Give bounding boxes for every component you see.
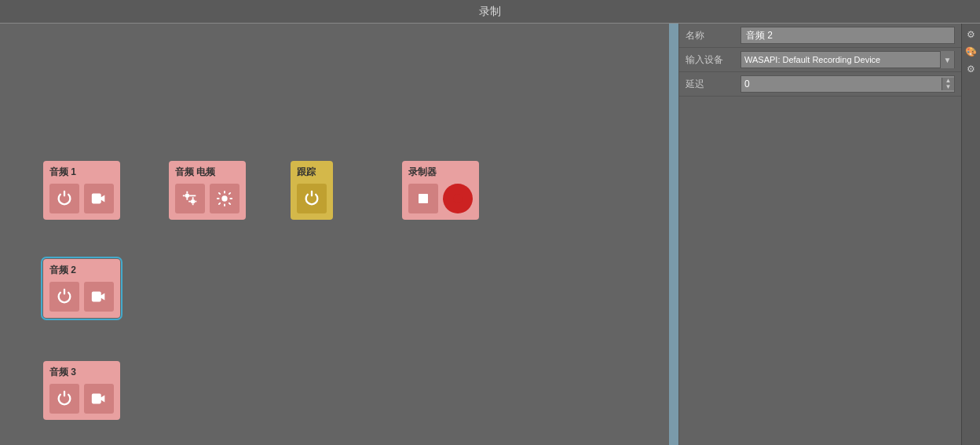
source-title-recorder: 录制器 xyxy=(408,166,473,179)
properties-panel: 名称 音频 2 输入设备 WASAPI: Default Recording D… xyxy=(679,24,961,445)
svg-point-1 xyxy=(191,199,196,203)
gear2-icon[interactable]: ⚙ xyxy=(964,61,979,77)
delay-label: 延迟 xyxy=(686,78,740,91)
source-block-audio3[interactable]: 音频 3 xyxy=(43,361,120,420)
source-title-audio1: 音频 1 xyxy=(49,166,114,179)
input-device-row: 输入设备 WASAPI: Default Recording Device ▼ xyxy=(679,48,961,72)
canvas-area[interactable]: 音频 1 音频 电频 跟踪 录制器 音频 2 音频 3 xyxy=(0,24,669,445)
input-device-dropdown[interactable]: WASAPI: Default Recording Device ▼ xyxy=(740,51,955,68)
source-title-track: 跟踪 xyxy=(297,166,327,179)
name-input-container: 音频 2 xyxy=(740,27,955,44)
source-block-track[interactable]: 跟踪 xyxy=(291,161,333,220)
svg-point-2 xyxy=(221,195,227,201)
source-btn-audio-input-audio-video[interactable] xyxy=(175,184,205,213)
source-btn-record-recorder[interactable] xyxy=(443,184,473,213)
palette-icon[interactable]: 🎨 xyxy=(964,44,979,60)
dropdown-arrow-icon[interactable]: ▼ xyxy=(940,51,954,68)
source-title-audio3: 音频 3 xyxy=(49,366,114,379)
side-toolbar: ⚙ 🎨 ⚙ xyxy=(961,24,980,445)
source-title-audio-video: 音频 电频 xyxy=(175,166,240,179)
source-block-recorder[interactable]: 录制器 xyxy=(402,161,479,220)
delay-input[interactable] xyxy=(741,78,942,89)
source-btn-power-track[interactable] xyxy=(297,184,327,213)
source-buttons-audio3 xyxy=(49,384,114,414)
source-block-audio2[interactable]: 音频 2 xyxy=(43,259,120,318)
source-title-audio2: 音频 2 xyxy=(49,264,114,277)
delay-spinbox[interactable]: ▲ ▼ xyxy=(740,75,955,93)
spinbox-down-button[interactable]: ▼ xyxy=(942,84,954,90)
vertical-scrollbar[interactable] xyxy=(669,24,678,445)
source-btn-power-audio1[interactable] xyxy=(49,184,79,213)
source-btn-camera-audio2[interactable] xyxy=(84,282,114,312)
source-btn-stop-recorder[interactable] xyxy=(408,184,438,213)
settings-icon[interactable]: ⚙ xyxy=(964,27,979,42)
input-device-label: 输入设备 xyxy=(686,53,740,67)
source-btn-power-audio3[interactable] xyxy=(49,384,79,414)
source-btn-camera-audio3[interactable] xyxy=(84,384,114,414)
source-btn-power-audio2[interactable] xyxy=(49,282,79,312)
svg-point-4 xyxy=(453,194,463,203)
source-block-audio-video[interactable]: 音频 电频 xyxy=(169,161,246,220)
source-buttons-audio2 xyxy=(49,282,114,312)
svg-rect-3 xyxy=(419,194,428,203)
svg-point-0 xyxy=(185,194,190,199)
name-row: 名称 音频 2 xyxy=(679,24,961,48)
top-header: 录制 xyxy=(0,0,980,24)
source-buttons-track xyxy=(297,184,327,213)
main-area: 音频 1 音频 电频 跟踪 录制器 音频 2 音频 3 xyxy=(0,24,980,445)
source-buttons-audio-video xyxy=(175,184,240,213)
name-input[interactable]: 音频 2 xyxy=(740,27,955,44)
source-buttons-audio1 xyxy=(49,184,114,213)
spinbox-arrows: ▲ ▼ xyxy=(942,78,954,90)
right-panel: 名称 音频 2 输入设备 WASAPI: Default Recording D… xyxy=(678,24,961,445)
source-btn-camera-audio1[interactable] xyxy=(84,184,114,213)
header-title: 录制 xyxy=(479,5,501,19)
delay-row: 延迟 ▲ ▼ xyxy=(679,72,961,97)
source-btn-brightness-audio-video[interactable] xyxy=(210,184,240,213)
source-block-audio1[interactable]: 音频 1 xyxy=(43,161,120,220)
name-label: 名称 xyxy=(686,29,740,42)
source-buttons-recorder xyxy=(408,184,473,213)
